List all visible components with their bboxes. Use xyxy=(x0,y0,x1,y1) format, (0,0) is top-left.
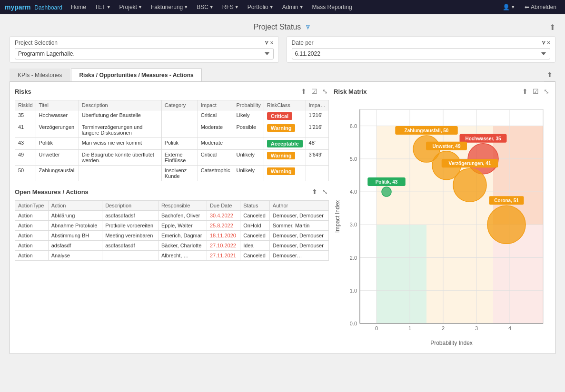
nav-admin[interactable]: Admin ▼ xyxy=(278,0,307,14)
date-filter-clear-icon[interactable]: ⛛× xyxy=(541,39,550,46)
nav-tet[interactable]: TET ▼ xyxy=(91,0,115,14)
nav-portfolio[interactable]: Portfolio ▼ xyxy=(244,0,278,14)
measures-table: ActionType Action Description Responsibl… xyxy=(15,200,329,261)
table-row: Action Abstimmung BH Meeting vereinbaren… xyxy=(15,231,329,241)
bubble-label: Zahlungsausfall, 50 xyxy=(405,128,449,133)
measure-responsible: Epple, Walter xyxy=(158,221,207,231)
risk-category: Insolvenz Kunde xyxy=(161,166,198,181)
tab-risks[interactable]: Risks / Opportunities / Measures - Actio… xyxy=(71,69,201,81)
table-row: 50 Zahlungsausfall Insolvenz Kunde Catas… xyxy=(15,166,329,181)
measure-status: Canceled xyxy=(240,231,270,241)
page-export-icon[interactable]: ⬆ xyxy=(549,23,555,32)
measure-action: Abstimmung BH xyxy=(48,231,102,241)
nav-home[interactable]: Home xyxy=(67,0,90,14)
col-action: Action xyxy=(48,201,102,211)
measure-status: Idea xyxy=(240,241,270,251)
col-duedate: Due Date xyxy=(207,201,240,211)
project-selection-header: Project Selection ⛛× xyxy=(15,39,274,46)
measure-description: Meeting vereinbaren xyxy=(102,231,159,241)
risk-description: Terminverzögerungen und längere Diskussi… xyxy=(79,122,161,138)
measures-title: Open Measures / Actions xyxy=(15,188,89,196)
risks-title: Risks xyxy=(15,88,31,95)
measure-responsible: Bäcker, Charlotte xyxy=(158,241,207,251)
measure-description xyxy=(102,251,159,261)
measures-expand-icon[interactable]: ⤡ xyxy=(321,187,329,196)
svg-text:3.0: 3.0 xyxy=(350,222,357,227)
project-selection-label: Project Selection xyxy=(15,39,58,46)
measures-section-header: Open Measures / Actions ⬆ ⤡ xyxy=(15,187,329,196)
risk-impact: Moderate xyxy=(198,138,233,150)
risk-impa: 1'216' xyxy=(306,110,328,122)
risk-matrix-svg: 012340.01.02.03.04.05.06.0Probability In… xyxy=(334,100,553,347)
nav-projekt[interactable]: Projekt ▼ xyxy=(116,0,146,14)
page-filter-icon[interactable]: ⛛ xyxy=(305,23,311,31)
risk-class: Warning xyxy=(264,150,306,166)
risks-table: RiskId Titel Description Category Impact… xyxy=(15,100,329,181)
risks-header-row: RiskId Titel Description Category Impact… xyxy=(15,100,329,110)
nav-mass-reporting[interactable]: Mass Reporting xyxy=(308,0,356,14)
nav-right: 👤 ▼ ⬅ Abmelden xyxy=(499,0,560,14)
svg-text:2: 2 xyxy=(442,325,445,331)
nav-bsc[interactable]: BSC ▼ xyxy=(193,0,218,14)
col-riskid: RiskId xyxy=(15,100,36,110)
risks-table-scroll[interactable]: RiskId Titel Description Category Impact… xyxy=(15,100,329,181)
risk-titel: Unwetter xyxy=(36,150,79,166)
measure-action: Analyse xyxy=(48,251,102,261)
risks-icons: ⬆ ☑ ⤡ xyxy=(300,87,329,96)
table-row: 49 Unwetter Die Baugrube könnte überflut… xyxy=(15,150,329,166)
svg-text:0.0: 0.0 xyxy=(350,321,357,326)
right-column: Risk Matrix ⬆ ☑ ⤡ 012340.01.02.03.04.05.… xyxy=(334,87,550,349)
risks-export-icon[interactable]: ⬆ xyxy=(300,87,307,96)
risk-class: Warning xyxy=(264,122,306,138)
col-actiontype: ActionType xyxy=(15,201,49,211)
measure-author: Demouser, Demouser xyxy=(269,241,328,251)
col-impact: Impact xyxy=(198,100,233,110)
risk-id: 43 xyxy=(15,138,36,150)
risks-expand-icon[interactable]: ⤡ xyxy=(321,87,329,96)
measure-responsible: Emerich, Dagmar xyxy=(158,231,207,241)
tab-export-icon[interactable]: ⬆ xyxy=(546,70,554,79)
col-probability: Probability xyxy=(233,100,264,110)
measures-section: Open Measures / Actions ⬆ ⤡ ActionType A… xyxy=(15,187,329,261)
risk-description: Die Baugrube könnte überflutet werden. xyxy=(79,150,161,166)
measure-responsible: Albrecht, … xyxy=(158,251,207,261)
measure-duedate: 25.8.2022 xyxy=(207,221,240,231)
bubble-label: Unwetter, 49 xyxy=(433,144,461,149)
risk-matrix-icons: ⬆ ☑ ⤡ xyxy=(521,87,550,96)
date-per-dropdown[interactable]: 6.11.2022 xyxy=(292,48,551,59)
risks-check-icon[interactable]: ☑ xyxy=(310,87,318,96)
nav-abmelden[interactable]: ⬅ Abmelden xyxy=(521,0,560,14)
bubble-label: Hochwasser, 35 xyxy=(465,136,501,141)
matrix-export-icon[interactable]: ⬆ xyxy=(521,87,529,96)
filter-row: Project Selection ⛛× Programm Lagerhalle… xyxy=(10,36,555,63)
measure-responsible: Bachofen, Oliver xyxy=(158,211,207,221)
svg-text:2.0: 2.0 xyxy=(350,255,357,261)
measure-author: Sommer, Martin xyxy=(269,221,328,231)
project-filter-clear-icon[interactable]: ⛛× xyxy=(264,39,273,46)
matrix-expand-icon[interactable]: ⤡ xyxy=(543,87,550,96)
risk-id: 49 xyxy=(15,150,36,166)
project-selection-dropdown[interactable]: Programm Lagerhalle. xyxy=(15,48,274,59)
nav-rfs[interactable]: RFS ▼ xyxy=(218,0,243,14)
measures-export-icon[interactable]: ⬆ xyxy=(311,187,318,196)
risk-impa: 1'216' xyxy=(306,122,328,138)
svg-text:Impact Index: Impact Index xyxy=(334,200,341,233)
risk-category: Externe Einflüsse xyxy=(161,150,198,166)
risk-description: Man weiss nie wer kommt xyxy=(79,138,161,150)
nav-user-icon[interactable]: 👤 ▼ xyxy=(499,0,519,14)
risk-impact: Moderate xyxy=(198,122,233,138)
measure-actiontype: Action xyxy=(15,241,49,251)
risk-titel: Verzögerungen xyxy=(36,122,79,138)
risk-category: Politik xyxy=(161,138,198,150)
nav-fakturierung[interactable]: Fakturierung ▼ xyxy=(147,0,192,14)
col-impa: Impa… xyxy=(306,100,328,110)
tab-kpis[interactable]: KPIs - Milestones xyxy=(10,69,70,81)
table-row: Action adsfasdf asdfasdfasdf Bäcker, Cha… xyxy=(15,241,329,251)
matrix-check-icon[interactable]: ☑ xyxy=(532,87,540,96)
measure-duedate: 18.11.2020 xyxy=(207,231,240,241)
svg-text:4.0: 4.0 xyxy=(350,189,357,195)
measure-author: Demouser, Demouser xyxy=(269,211,328,221)
measure-actiontype: Action xyxy=(15,211,49,221)
svg-text:0: 0 xyxy=(375,325,378,331)
measures-table-scroll[interactable]: ActionType Action Description Responsibl… xyxy=(15,200,329,261)
